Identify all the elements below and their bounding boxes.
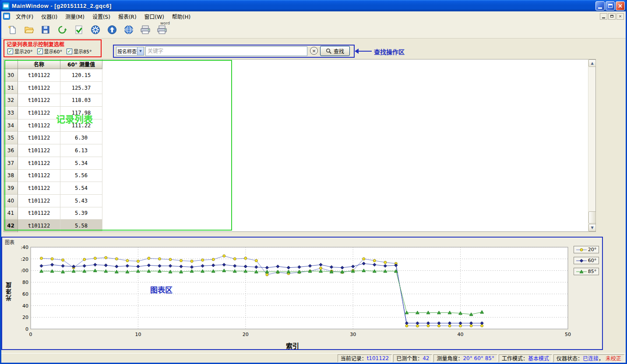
menu-item-settings[interactable]: 设置(S) <box>88 11 114 21</box>
name-column-header[interactable]: 名称 <box>18 60 60 69</box>
print-icon <box>140 24 151 35</box>
value-cell[interactable]: 5.34 <box>60 157 102 170</box>
apply-check-icon <box>74 24 84 35</box>
save-button[interactable] <box>37 22 54 37</box>
scrollbar-thumb[interactable] <box>588 211 596 224</box>
value-cell[interactable]: 5.39 <box>60 207 102 220</box>
child-restore-button[interactable] <box>608 13 616 20</box>
sync-button[interactable] <box>120 22 137 37</box>
new-document-button[interactable] <box>4 22 21 37</box>
table-row[interactable]: 41t1011225.39 <box>4 207 595 220</box>
row-number-cell[interactable]: 31 <box>4 82 18 94</box>
refresh-button[interactable] <box>54 22 70 37</box>
menu-item-report[interactable]: 报表(R) <box>114 11 141 21</box>
row-number-cell[interactable]: 36 <box>4 144 18 157</box>
child-minimize-icon <box>602 18 605 18</box>
name-cell[interactable]: t101122 <box>18 132 60 144</box>
chart-panel: 图表 020406080:00:20:4001020304050 光泽度 索引 … <box>1 237 603 350</box>
apply-button[interactable] <box>70 22 87 37</box>
word-export-button[interactable]: word <box>154 22 170 37</box>
row-number-cell[interactable]: 30 <box>4 69 18 82</box>
chevron-down-icon[interactable]: ▼ <box>137 47 144 55</box>
name-cell[interactable]: t101122 <box>18 82 60 94</box>
name-cell[interactable]: t101122 <box>18 182 60 195</box>
value-cell[interactable]: 5.54 <box>60 182 102 195</box>
table-row[interactable]: 40t1011225.43 <box>4 195 595 207</box>
device-state-separator: ， <box>599 354 604 362</box>
name-cell[interactable]: t101122 <box>18 119 60 132</box>
table-row[interactable]: 37t1011225.34 <box>4 157 595 170</box>
minimize-button[interactable] <box>595 1 605 10</box>
settings-button[interactable] <box>87 22 104 37</box>
table-row[interactable]: 36t1011226.13 <box>4 144 595 157</box>
row-number-cell[interactable]: 32 <box>4 94 18 107</box>
row-number-cell[interactable]: 42 <box>4 220 18 232</box>
table-row[interactable]: 38t1011225.56 <box>4 170 595 182</box>
value-cell[interactable]: 120.15 <box>60 69 102 82</box>
clear-search-button[interactable]: × <box>310 47 318 55</box>
upload-button[interactable] <box>104 22 120 37</box>
child-close-button[interactable]: × <box>616 13 624 20</box>
checkbox-show-85[interactable]: ✓显示85° <box>67 48 92 55</box>
maximize-button[interactable] <box>606 1 615 10</box>
search-mode-value: 按名称查找 <box>116 48 137 55</box>
name-cell[interactable]: t101122 <box>18 144 60 157</box>
checkbox-show-20[interactable]: ✓显示20° <box>7 48 33 55</box>
table-row[interactable]: 35t1011226.30 <box>4 132 595 144</box>
value-cell[interactable]: 5.58 <box>60 220 102 232</box>
menu-item-measure[interactable]: 测量(M) <box>61 11 88 21</box>
close-button[interactable]: × <box>616 1 625 10</box>
menu-item-instrument[interactable]: 仪器(I) <box>37 11 61 21</box>
scroll-down-button[interactable]: ▼ <box>588 224 596 231</box>
value-column-header[interactable]: 60° 测量值 <box>60 60 102 69</box>
angle-value: 20° 60° 85° <box>463 355 494 361</box>
table-row[interactable]: 31t101122125.37 <box>4 82 595 94</box>
search-icon <box>326 48 331 54</box>
name-cell[interactable]: t101122 <box>18 94 60 107</box>
name-cell[interactable]: t101122 <box>18 107 60 119</box>
search-input[interactable] <box>145 46 307 56</box>
row-number-cell[interactable]: 39 <box>4 182 18 195</box>
checkbox-show-60[interactable]: ✓显示60° <box>37 48 63 55</box>
menu-item-help[interactable]: 帮助(H) <box>168 11 194 21</box>
row-number-cell[interactable]: 33 <box>4 107 18 119</box>
status-work-mode: 工作模式： 基本模式 <box>499 354 552 362</box>
table-row[interactable]: 42t1011225.58 <box>4 220 595 232</box>
menu-item-window[interactable]: 窗口(W) <box>141 11 168 21</box>
status-measured-count: 已测个数： 42 <box>393 354 432 362</box>
row-number-cell[interactable]: 35 <box>4 132 18 144</box>
name-cell[interactable]: t101122 <box>18 157 60 170</box>
menu-item-file[interactable]: 文件(F) <box>12 11 37 21</box>
vertical-scrollbar[interactable]: ▲ ▼ <box>588 60 595 231</box>
value-cell[interactable]: 5.43 <box>60 195 102 207</box>
table-body: 30t101122120.1531t101122125.3732t1011221… <box>4 69 595 232</box>
name-cell[interactable]: t101122 <box>18 69 60 82</box>
name-cell[interactable]: t101122 <box>18 207 60 220</box>
name-cell[interactable]: t101122 <box>18 220 60 232</box>
legend-label: 60° <box>588 258 597 263</box>
svg-text:40: 40 <box>22 303 28 309</box>
value-cell[interactable]: 6.13 <box>60 144 102 157</box>
table-row[interactable]: 32t101122118.03 <box>4 94 595 107</box>
row-number-cell[interactable]: 38 <box>4 170 18 182</box>
row-number-cell[interactable]: 40 <box>4 195 18 207</box>
legend-item-85°: 85° <box>574 268 599 275</box>
value-cell[interactable]: 5.56 <box>60 170 102 182</box>
value-cell[interactable]: 125.37 <box>60 82 102 94</box>
checkbox-label: 显示60° <box>44 48 63 55</box>
row-number-cell[interactable]: 34 <box>4 119 18 132</box>
name-cell[interactable]: t101122 <box>18 170 60 182</box>
value-cell[interactable]: 118.03 <box>60 94 102 107</box>
name-cell[interactable]: t101122 <box>18 195 60 207</box>
search-mode-combobox[interactable]: 按名称查找 ▼ <box>116 47 144 56</box>
value-cell[interactable]: 6.30 <box>60 132 102 144</box>
scroll-up-button[interactable]: ▲ <box>588 60 596 67</box>
table-row[interactable]: 39t1011225.54 <box>4 182 595 195</box>
row-number-cell[interactable]: 37 <box>4 157 18 170</box>
find-button[interactable]: 查找 <box>320 46 350 56</box>
child-minimize-button[interactable] <box>600 13 607 20</box>
open-file-button[interactable] <box>21 22 37 37</box>
table-row[interactable]: 30t101122120.15 <box>4 69 595 82</box>
print-button[interactable] <box>137 22 154 37</box>
row-number-cell[interactable]: 41 <box>4 207 18 220</box>
